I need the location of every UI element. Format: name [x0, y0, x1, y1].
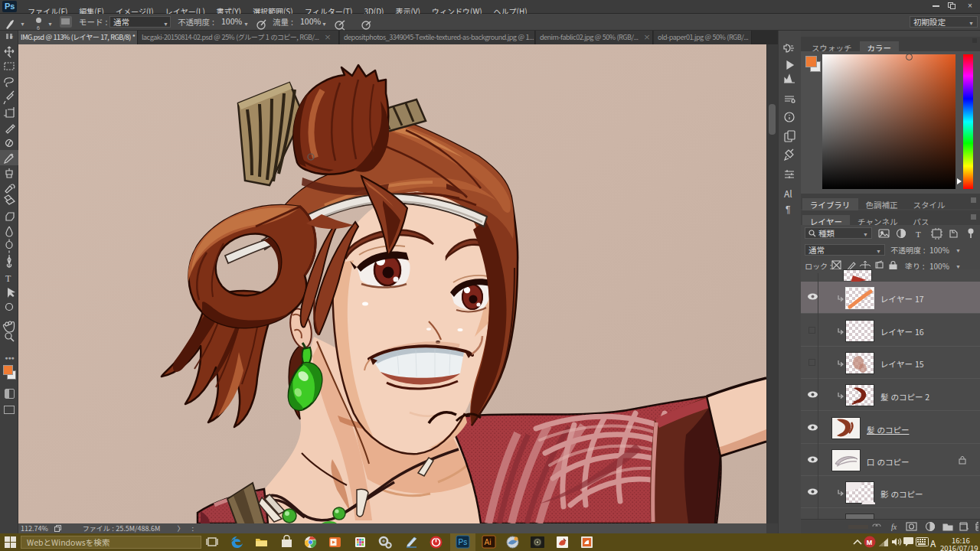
svg-text:T: T — [5, 273, 11, 284]
svg-text:Ai: Ai — [485, 538, 492, 546]
svg-text:Al: Al — [784, 187, 792, 200]
svg-text:T: T — [916, 230, 921, 239]
svg-text:¶: ¶ — [786, 202, 790, 215]
svg-text:Ps: Ps — [459, 538, 468, 546]
svg-text:M: M — [867, 539, 873, 546]
svg-text:fx: fx — [891, 523, 897, 531]
